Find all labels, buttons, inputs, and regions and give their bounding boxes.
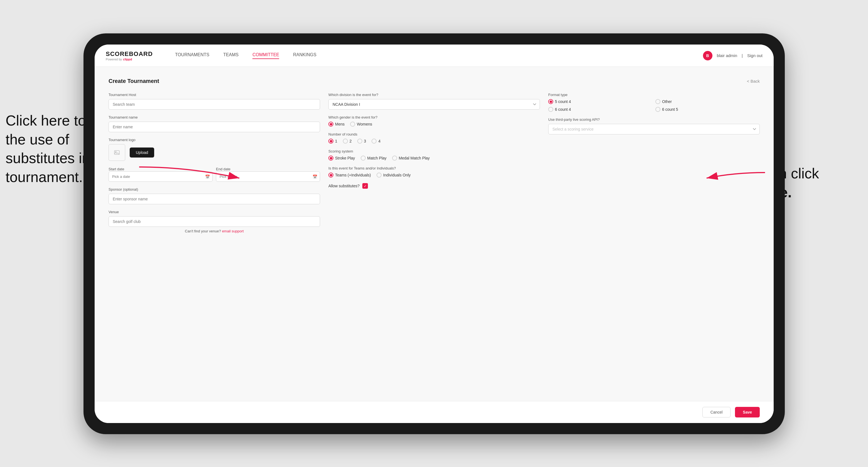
scoring-api-label: Use third-party live scoring API? — [548, 118, 760, 122]
radio-4-dot — [372, 138, 376, 144]
scoring-api-select[interactable]: Select a scoring service — [548, 124, 760, 134]
scoring-stroke[interactable]: Stroke Play — [329, 156, 355, 161]
format-grid: 5 count 4 Other 6 count 4 — [548, 99, 760, 112]
nav-right: B blair admin | Sign out — [703, 51, 763, 60]
radio-6c5-dot — [655, 107, 660, 112]
back-button[interactable]: < Back — [747, 79, 760, 84]
tournament-name-label: Tournament name — [108, 115, 320, 119]
substitutes-group: Allow substitutes? ✓ — [329, 183, 540, 189]
scoring-match[interactable]: Match Play — [361, 156, 386, 161]
nav-committee[interactable]: COMMITTEE — [252, 52, 279, 59]
radio-other-dot — [655, 99, 660, 104]
form-footer: Cancel Save — [95, 401, 774, 423]
calendar-icon-end: 📅 — [312, 175, 317, 179]
format-6count5[interactable]: 6 count 5 — [655, 107, 760, 112]
radio-6c4-dot — [548, 107, 553, 112]
gender-mens[interactable]: Mens — [329, 122, 344, 127]
venue-input[interactable] — [108, 216, 320, 227]
substitutes-checkbox-group: Allow substitutes? ✓ — [329, 183, 540, 189]
left-arrow — [133, 161, 245, 184]
venue-help: Can't find your venue? email support — [108, 229, 320, 233]
page-title: Create Tournament — [108, 78, 159, 84]
logo-upload-area: Upload — [108, 144, 320, 161]
cancel-button[interactable]: Cancel — [703, 407, 731, 417]
event-teams[interactable]: Teams (+Individuals) — [329, 173, 371, 178]
form-col-3: Format type 5 count 4 Other — [548, 93, 760, 233]
tournament-logo-label: Tournament logo — [108, 138, 320, 142]
substitutes-checkbox[interactable]: ✓ — [362, 183, 368, 189]
substitutes-label: Allow substitutes? — [329, 184, 360, 188]
logo-scoreboard: SCOREBOARD — [106, 51, 153, 58]
round-1[interactable]: 1 — [329, 138, 337, 144]
division-group: Which division is the event for? NCAA Di… — [329, 93, 540, 110]
rounds-group: Number of rounds 1 2 — [329, 132, 540, 144]
image-icon — [114, 149, 120, 156]
radio-stroke-dot — [329, 156, 333, 161]
format-5count4[interactable]: 5 count 4 — [548, 99, 653, 104]
right-arrow — [701, 167, 771, 184]
round-3[interactable]: 3 — [357, 138, 366, 144]
tournament-host-group: Tournament Host — [108, 93, 320, 110]
gender-group: Which gender is the event for? Mens Wome… — [329, 115, 540, 127]
format-other[interactable]: Other — [655, 99, 760, 104]
start-date-label: Start date — [108, 167, 124, 171]
scoring-group: Scoring system Stroke Play Match Play — [329, 149, 540, 161]
radio-5c4-dot — [548, 99, 553, 104]
tournament-host-input[interactable] — [108, 99, 320, 110]
tournament-name-input[interactable] — [108, 122, 320, 132]
rounds-radio-group: 1 2 3 4 — [329, 138, 540, 144]
radio-1-dot — [329, 138, 333, 144]
event-type-label: Is this event for Teams and/or Individua… — [329, 166, 540, 170]
nav-teams[interactable]: TEAMS — [223, 52, 239, 59]
round-2[interactable]: 2 — [343, 138, 352, 144]
nav-tournaments[interactable]: TOURNAMENTS — [175, 52, 209, 59]
scoring-radio-group: Stroke Play Match Play Medal Match Play — [329, 156, 540, 161]
logo-area: SCOREBOARD Powered by clippd — [106, 51, 153, 61]
radio-womens-dot — [350, 122, 355, 127]
tournament-host-label: Tournament Host — [108, 93, 320, 97]
division-select[interactable]: NCAA Division I — [329, 99, 540, 110]
event-type-group: Is this event for Teams and/or Individua… — [329, 166, 540, 178]
separator: | — [742, 53, 743, 58]
format-6count4[interactable]: 6 count 4 — [548, 107, 653, 112]
radio-2-dot — [343, 138, 348, 144]
page-header: Create Tournament < Back — [108, 78, 760, 84]
username: blair admin — [717, 53, 737, 58]
gender-label: Which gender is the event for? — [329, 115, 540, 119]
venue-email-link[interactable]: email support — [222, 229, 244, 233]
radio-3-dot — [357, 138, 362, 144]
rounds-label: Number of rounds — [329, 132, 540, 136]
sponsor-input[interactable] — [108, 194, 320, 204]
round-4[interactable]: 4 — [372, 138, 380, 144]
format-options: 5 count 4 Other 6 count 4 — [548, 99, 760, 112]
tournament-name-group: Tournament name — [108, 115, 320, 132]
sponsor-label: Sponsor (optional) — [108, 187, 320, 191]
user-avatar: B — [703, 51, 712, 60]
signout-link[interactable]: Sign out — [747, 53, 763, 58]
radio-mens-dot — [329, 122, 333, 127]
event-type-radio-group: Teams (+Individuals) Individuals Only — [329, 173, 540, 178]
scoring-medal[interactable]: Medal Match Play — [392, 156, 430, 161]
upload-button[interactable]: Upload — [130, 148, 154, 158]
sponsor-group: Sponsor (optional) — [108, 187, 320, 204]
save-button[interactable]: Save — [735, 407, 760, 417]
scoring-label: Scoring system — [329, 149, 540, 153]
venue-label: Venue — [108, 210, 320, 214]
event-individuals[interactable]: Individuals Only — [376, 173, 411, 178]
venue-group: Venue Can't find your venue? email suppo… — [108, 210, 320, 233]
radio-individuals-dot — [376, 173, 381, 178]
format-group: Format type 5 count 4 Other — [548, 93, 760, 112]
radio-match-dot — [361, 156, 366, 161]
radio-teams-dot — [329, 173, 333, 178]
tournament-logo-group: Tournament logo Upload — [108, 138, 320, 161]
tablet-frame: SCOREBOARD Powered by clippd TOURNAMENTS… — [84, 33, 785, 434]
scoring-api-group: Use third-party live scoring API? Select… — [548, 118, 760, 134]
tablet-screen: SCOREBOARD Powered by clippd TOURNAMENTS… — [95, 44, 774, 423]
radio-medal-dot — [392, 156, 397, 161]
nav-rankings[interactable]: RANKINGS — [293, 52, 316, 59]
main-content: Create Tournament < Back Tournament Host… — [95, 67, 774, 401]
division-label: Which division is the event for? — [329, 93, 540, 97]
gender-radio-group: Mens Womens — [329, 122, 540, 127]
gender-womens[interactable]: Womens — [350, 122, 372, 127]
nav-links: TOURNAMENTS TEAMS COMMITTEE RANKINGS — [175, 52, 686, 59]
